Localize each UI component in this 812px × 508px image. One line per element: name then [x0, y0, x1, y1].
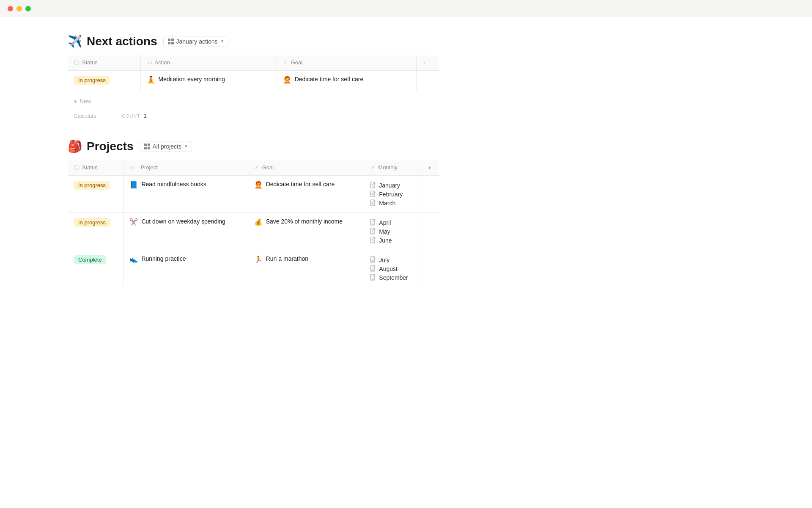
projects-emoji: 🎒: [68, 139, 82, 153]
proj-add-column-button[interactable]: +: [422, 160, 439, 176]
projects-table: Status Aa Project: [68, 160, 440, 287]
cell-empty: [422, 176, 439, 213]
monthly-item[interactable]: January: [370, 181, 416, 190]
proj-col-header-monthly: ↗ Monthly: [364, 160, 422, 176]
svg-text:↗: ↗: [254, 165, 258, 170]
title-bar: [0, 0, 812, 17]
goal-text: Dedicate time for self care: [266, 181, 335, 188]
table-row: In progress 📘 Read mindfulness books 🧑‍🦰…: [68, 176, 440, 213]
monthly-name: January: [379, 182, 400, 189]
table-row: In progress 🧘 Meditation every morning 🧑…: [68, 71, 440, 90]
project-emoji: 👟: [129, 255, 138, 263]
doc-icon: [370, 265, 376, 272]
svg-text:↗: ↗: [370, 165, 374, 170]
goal-emoji: 🧑‍🦰: [254, 181, 263, 189]
maximize-button[interactable]: [25, 6, 31, 11]
goal-emoji: 💰: [254, 218, 263, 226]
monthly-name: March: [379, 200, 395, 207]
status-col-icon: [74, 60, 80, 65]
svg-point-3: [74, 165, 79, 170]
action-text: Meditation every morning: [159, 76, 225, 83]
action-emoji: 🧘: [147, 76, 155, 84]
project-text: Read mindfulness books: [141, 181, 206, 188]
proj-arrow-col-icon: ↗: [254, 165, 260, 170]
monthly-item[interactable]: August: [370, 264, 416, 273]
status-badge: In progress: [74, 181, 110, 190]
next-actions-header: ✈️ Next actions January actions ▾: [68, 34, 440, 48]
calculate-button[interactable]: Calculate: [74, 113, 96, 119]
table-row: Complete 👟 Running practice 🏃 Run a mara…: [68, 250, 440, 287]
svg-text:Aa: Aa: [147, 60, 152, 65]
next-actions-header-row: Status Aa Action: [68, 55, 440, 71]
projects-header: 🎒 Projects All projects ▾: [68, 139, 440, 153]
col-header-status: Status: [68, 55, 141, 71]
cell-monthly: April May June: [364, 213, 422, 250]
cell-goal: 🧑‍🦰 Dedicate time for self care: [248, 176, 364, 213]
text-col-icon: Aa: [147, 60, 152, 65]
project-emoji: ✂️: [129, 218, 138, 226]
cell-project: 👟 Running practice: [123, 250, 248, 287]
next-actions-view-badge[interactable]: January actions ▾: [163, 36, 228, 47]
projects-view-label: All projects: [153, 143, 181, 150]
grid-icon: [168, 39, 174, 44]
plus-icon: +: [74, 98, 77, 105]
monthly-name: April: [379, 219, 391, 226]
monthly-name: August: [379, 265, 398, 272]
proj-col-header-project: Aa Project: [123, 160, 248, 176]
goal-emoji: 🧑‍🦰: [283, 76, 291, 84]
monthly-item[interactable]: September: [370, 273, 416, 282]
proj-status-col-icon: [74, 165, 80, 170]
goal-emoji: 🏃: [254, 255, 263, 263]
grid-icon-2: [144, 144, 150, 149]
monthly-item[interactable]: February: [370, 190, 416, 199]
status-badge: In progress: [74, 76, 110, 85]
cell-project: 📘 Read mindfulness books: [123, 176, 248, 213]
cell-monthly: July August September: [364, 250, 422, 287]
status-badge: In progress: [74, 218, 110, 227]
cell-status: In progress: [68, 213, 123, 250]
project-emoji: 📘: [129, 181, 138, 189]
calculate-row: Calculate COUNT 1: [68, 109, 440, 122]
col-header-action: Aa Action: [140, 55, 277, 71]
new-row-button[interactable]: + New: [68, 94, 440, 109]
cell-goal: 💰 Save 20% of monthly income: [248, 213, 364, 250]
monthly-name: September: [379, 274, 408, 281]
monthly-item[interactable]: June: [370, 236, 416, 245]
cell-empty: [422, 250, 439, 287]
monthly-item[interactable]: April: [370, 218, 416, 227]
chevron-down-icon: ▾: [221, 39, 224, 44]
monthly-name: June: [379, 237, 392, 244]
proj-text-col-icon: Aa: [129, 165, 138, 170]
cell-goal: 🧑‍🦰 Dedicate time for self care: [277, 71, 416, 90]
next-actions-view-label: January actions: [176, 38, 218, 45]
projects-title: 🎒 Projects: [68, 139, 134, 153]
doc-icon: [370, 237, 376, 244]
cell-monthly: January February March: [364, 176, 422, 213]
svg-text:↗: ↗: [283, 60, 287, 65]
svg-text:Aa: Aa: [129, 165, 135, 170]
projects-chevron-down-icon: ▾: [185, 144, 187, 149]
proj-col-header-status: Status: [68, 160, 123, 176]
cell-empty: [422, 213, 439, 250]
next-actions-table: Status Aa Action: [68, 55, 440, 90]
projects-view-badge[interactable]: All projects ▾: [140, 141, 192, 152]
count-value: 1: [144, 113, 147, 119]
project-text: Running practice: [141, 255, 186, 262]
next-actions-emoji: ✈️: [68, 34, 82, 48]
cell-goal: 🏃 Run a marathon: [248, 250, 364, 287]
minimize-button[interactable]: [16, 6, 22, 11]
cell-status: In progress: [68, 176, 123, 213]
goal-text: Save 20% of monthly income: [266, 218, 343, 225]
add-column-button[interactable]: +: [416, 55, 439, 71]
doc-icon: [370, 199, 376, 207]
cell-status: Complete: [68, 250, 123, 287]
close-button[interactable]: [8, 6, 13, 11]
project-text: Cut down on weekday spending: [141, 218, 225, 225]
cell-project: ✂️ Cut down on weekday spending: [123, 213, 248, 250]
cell-action: 🧘 Meditation every morning: [140, 71, 277, 90]
monthly-item[interactable]: July: [370, 255, 416, 264]
monthly-item[interactable]: May: [370, 227, 416, 236]
monthly-item[interactable]: March: [370, 199, 416, 207]
doc-icon: [370, 256, 376, 263]
new-label: New: [80, 98, 91, 105]
